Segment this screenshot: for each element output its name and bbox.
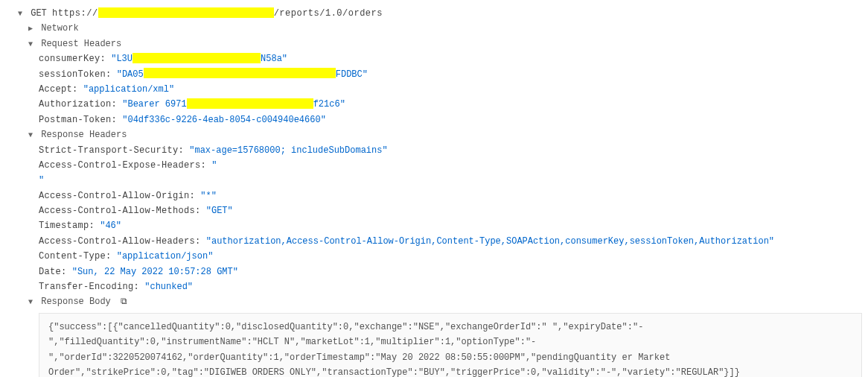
header-key: sessionToken:	[39, 69, 112, 80]
header-consumer-key: consumerKey: "L3UN58a"	[6, 51, 862, 66]
header-value: "	[211, 160, 217, 171]
request-line[interactable]: ▼ GET https:///reports/1.0/orders	[6, 6, 862, 21]
redacted	[133, 53, 261, 63]
header-transfer-encoding: Transfer-Encoding: "chunked"	[6, 279, 862, 294]
header-key: Content-Type:	[39, 251, 112, 262]
redacted	[144, 68, 336, 78]
chevron-down-icon: ▼	[28, 296, 36, 308]
header-accept: Accept: "application/xml"	[6, 82, 862, 97]
request-headers-label: Request Headers	[41, 39, 121, 49]
header-sts: Strict-Transport-Security: "max-age=1576…	[6, 143, 862, 158]
header-key: Date:	[39, 267, 67, 277]
header-value: "04df336c-9226-4eab-8054-c004940e4660"	[122, 115, 326, 125]
response-headers-section[interactable]: ▼ Response Headers	[6, 127, 862, 142]
header-ac-origin: Access-Control-Allow-Origin: "*"	[6, 188, 862, 203]
header-session-token: sessionToken: "DA05FDDBC"	[6, 67, 862, 82]
header-value: "*"	[200, 191, 217, 201]
network-label: Network	[41, 23, 78, 34]
response-body-content[interactable]: {"success":[{"cancelledQuantity":0,"disc…	[39, 313, 862, 377]
header-value: "application/xml"	[83, 84, 174, 95]
header-key: Access-Control-Allow-Methods:	[39, 206, 201, 216]
header-key: Access-Control-Allow-Headers:	[39, 236, 201, 247]
response-body-label: Response Body	[41, 297, 111, 307]
header-content-type: Content-Type: "application/json"	[6, 249, 862, 264]
header-ac-methods: Access-Control-Allow-Methods: "GET"	[6, 203, 862, 218]
header-value-suffix: FDDBC"	[336, 69, 368, 80]
header-timestamp: Timestamp: "46"	[6, 218, 862, 233]
header-value-prefix: "DA05	[117, 69, 144, 80]
header-key: consumerKey:	[39, 54, 106, 64]
header-value-suffix: f21c6"	[313, 99, 345, 110]
http-method: GET	[31, 8, 47, 19]
header-value: "GET"	[206, 206, 233, 216]
request-headers-section[interactable]: ▼ Request Headers	[6, 37, 862, 51]
header-key: Timestamp:	[39, 221, 95, 231]
header-value: "application/json"	[117, 251, 214, 262]
chevron-right-icon: ▶	[28, 22, 36, 35]
header-date: Date: "Sun, 22 May 2022 10:57:28 GMT"	[6, 264, 862, 279]
header-value-suffix: N58a"	[261, 54, 287, 64]
header-value: "	[39, 175, 44, 186]
header-ac-headers: Access-Control-Allow-Headers: "authoriza…	[6, 234, 862, 249]
header-key: Access-Control-Expose-Headers:	[39, 160, 206, 171]
header-value-prefix: "Bearer 6971	[122, 99, 186, 110]
header-key: Transfer-Encoding:	[39, 282, 139, 292]
url-redacted	[98, 7, 274, 18]
header-value: "46"	[100, 221, 121, 231]
response-headers-label: Response Headers	[41, 130, 127, 140]
chevron-down-icon: ▼	[28, 129, 36, 142]
url-prefix: https://	[52, 8, 98, 19]
header-value: "chunked"	[144, 282, 193, 292]
header-value: "Sun, 22 May 2022 10:57:28 GMT"	[72, 267, 238, 277]
header-key: Access-Control-Allow-Origin:	[39, 191, 195, 201]
external-link-icon[interactable]: ⧉	[121, 294, 127, 309]
response-body-section[interactable]: ▼ Response Body ⧉	[6, 294, 862, 309]
header-key: Accept:	[39, 84, 78, 95]
header-key: Strict-Transport-Security:	[39, 145, 184, 156]
header-key: Postman-Token:	[39, 115, 117, 125]
redacted	[187, 98, 313, 109]
chevron-down-icon: ▼	[28, 38, 36, 51]
header-key: Authorization:	[39, 99, 117, 110]
header-value: "authorization,Access-Control-Allow-Orig…	[206, 236, 774, 247]
chevron-down-icon: ▼	[18, 7, 25, 20]
network-section[interactable]: ▶ Network	[6, 21, 862, 36]
header-value-prefix: "L3U	[111, 54, 133, 64]
header-postman-token: Postman-Token: "04df336c-9226-4eab-8054-…	[6, 113, 862, 127]
header-ace-headers: Access-Control-Expose-Headers: "	[6, 158, 862, 173]
header-value: "max-age=15768000; includeSubDomains"	[189, 145, 387, 156]
url-suffix: /reports/1.0/orders	[274, 8, 383, 19]
header-authorization: Authorization: "Bearer 6971f21c6"	[6, 97, 862, 112]
header-ace-tail: "	[6, 173, 862, 188]
